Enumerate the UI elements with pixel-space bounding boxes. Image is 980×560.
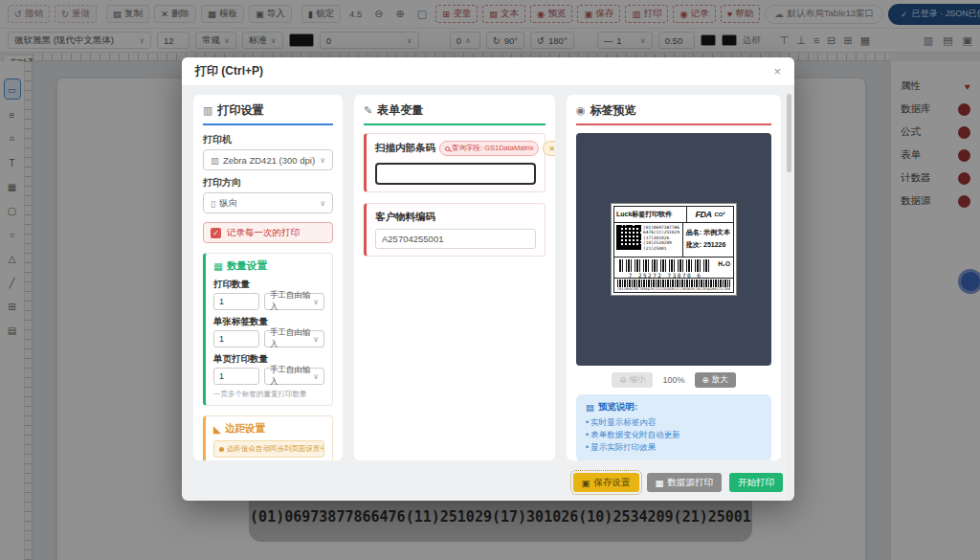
per-page-qty-mode-select[interactable]: 手工自由输入∨ — [264, 368, 324, 385]
product-info-cell: 品名: 示例文本 批次: 251226 — [683, 223, 733, 257]
eye-icon: ◉ — [576, 104, 586, 117]
scan-barcode-field-card: 扫描内部条码 查询字段: GS1DataMatrix ✕自动清空 — [364, 133, 546, 192]
dialog-footer: ▣保存设置 ▦数据源打印 开始打印 — [573, 473, 783, 492]
screen: ↺撤销 ↻重做 ▤复制 ✕删除 ▦模板 ▣导入 ▮锁定 4.5 ⊖ ⊕ ▢ ⊞变… — [0, 0, 980, 560]
orientation-label: 打印方向 — [203, 176, 333, 190]
scrollbar-thumb[interactable] — [787, 94, 791, 172]
label-preview-title: ◉ 标签预览 — [576, 102, 771, 125]
bulb-icon — [219, 447, 224, 452]
product-name: 品名: 示例文本 — [686, 226, 730, 238]
chart-icon: ▦ — [656, 478, 664, 488]
print-dialog: 打印 (Ctrl+P) × ▥ 打印设置 打印机 ▥ Zebra ZD421 (… — [182, 57, 794, 501]
start-print-button[interactable]: 开始打印 — [729, 473, 783, 492]
print-settings-title: ▥ 打印设置 — [203, 102, 333, 125]
form-variables-title: ✎ 表单变量 — [364, 102, 546, 125]
preview-zoom-controls: ⊖缩小 100% ⊕放大 — [576, 372, 771, 388]
preview-panel: Luck标签打印软件 FDA CO² (01)06 — [576, 133, 771, 366]
record-print-checkbox-row[interactable]: ✓ 记录每一次的打印 — [203, 222, 333, 243]
form-variables-column: ✎ 表单变量 扫描内部条码 查询字段: GS1DataMatrix ✕自动清空 … — [354, 95, 555, 460]
chevron-down-icon: ∨ — [313, 372, 319, 381]
margin-hint: 边距值会自动同步到页面设置中保存 — [213, 440, 324, 458]
zoom-in-icon: ⊕ — [702, 375, 709, 385]
trash-icon: ✕ — [548, 145, 554, 153]
per-page-qty-input[interactable] — [213, 368, 259, 385]
close-icon[interactable]: × — [773, 64, 781, 78]
datamatrix-text: (01)0697387786 6476(11)251029 (17)301026… — [643, 225, 679, 255]
grid-icon: ▦ — [213, 260, 223, 272]
edit-icon: ✎ — [364, 104, 372, 117]
chevron-down-icon: ∨ — [313, 298, 319, 306]
print-qty-mode-select[interactable]: 手工自由输入∨ — [264, 293, 324, 310]
material-code-input[interactable] — [375, 229, 536, 249]
printer-select[interactable]: ▥ Zebra ZD421 (300 dpi) - ZPL ∨ — [203, 149, 333, 170]
chevron-down-icon: ∨ — [313, 335, 319, 344]
preview-zoom-out-button[interactable]: ⊖缩小 — [612, 372, 653, 388]
per-sheet-qty-mode-select[interactable]: 手工自由输入∨ — [264, 330, 324, 347]
scan-barcode-label: 扫描内部条码 — [375, 142, 435, 155]
scan-barcode-input[interactable] — [375, 163, 536, 185]
chevron-down-icon: ∨ — [320, 156, 325, 165]
batch-number: 批次: 251226 — [686, 238, 730, 251]
h2o-text: H₂O — [718, 260, 730, 267]
portrait-icon: ▯ — [211, 198, 215, 209]
dialog-scrollbar[interactable] — [787, 92, 791, 501]
printer-icon: ▥ — [211, 155, 219, 166]
quantity-settings-title: ▦ 数量设置 — [213, 259, 324, 273]
save-icon: ▣ — [582, 478, 590, 488]
gs1-code-text: (01)06973877866476(11)251029(17)301026(1… — [617, 287, 730, 291]
upc-barcode — [619, 259, 711, 272]
dialog-header: 打印 (Ctrl+P) × — [182, 57, 794, 86]
query-field-pill[interactable]: 查询字段: GS1DataMatrix — [439, 141, 539, 156]
print-qty-input[interactable] — [213, 293, 259, 310]
dialog-body: ▥ 打印设置 打印机 ▥ Zebra ZD421 (300 dpi) - ZPL… — [182, 86, 794, 469]
preview-note-item: 实时显示标签内容 — [586, 416, 762, 429]
save-settings-button[interactable]: ▣保存设置 — [573, 473, 639, 492]
zoom-out-icon: ⊖ — [619, 375, 626, 385]
preview-zoom-percent: 100% — [662, 375, 684, 385]
record-print-label: 记录每一次的打印 — [227, 227, 300, 239]
preview-note-item: 表单数据变化时自动更新 — [586, 429, 762, 441]
preview-note-item: 显示实际打印效果 — [586, 441, 762, 454]
checkbox-checked-icon[interactable]: ✓ — [211, 228, 221, 238]
ruler-icon: ◣ — [213, 423, 221, 435]
gs1-barcode — [617, 280, 730, 287]
material-code-field-card: 客户物料编码 — [364, 203, 546, 257]
printer-label: 打印机 — [203, 133, 333, 146]
margin-settings-title: ◣ 边距设置 — [213, 422, 324, 436]
quantity-settings-card: ▦ 数量设置 打印数量 手工自由输入∨ 单张标签数量 手工自由输入∨ 单页打印数… — [203, 253, 333, 406]
orientation-select[interactable]: ▯ 纵向 ∨ — [203, 192, 333, 213]
co2-text: CO² — [715, 212, 725, 217]
list-icon: ▤ — [586, 402, 594, 413]
dialog-title: 打印 (Ctrl+P) — [195, 63, 263, 79]
quantity-hint: 一页多个标签的重复打印数量 — [213, 390, 324, 399]
label-preview-column: ◉ 标签预览 Luck标签打印软件 FDA CO² — [567, 95, 781, 460]
label-preview-image: Luck标签打印软件 FDA CO² (01)06 — [611, 203, 737, 296]
per-sheet-qty-input[interactable] — [213, 330, 259, 347]
fda-logo: FDA — [696, 210, 712, 219]
magnifier-icon — [445, 146, 450, 151]
preview-notes-title: ▤ 预览说明: — [586, 401, 762, 414]
datamatrix-barcode — [616, 225, 641, 250]
printer-icon: ▥ — [203, 104, 212, 117]
brand-cell: Luck标签打印软件 — [614, 207, 687, 222]
margin-settings-card: ◣ 边距设置 边距值会自动同步到页面设置中保存 上边距 (mm) 左边距 — [203, 415, 333, 460]
auto-clear-pill[interactable]: ✕自动清空 — [543, 141, 555, 156]
preview-notes-box: ▤ 预览说明: 实时显示标签内容 表单数据变化时自动更新 显示实际打印效果 — [576, 394, 771, 460]
upc-digits: 7 25272 73070 6 — [619, 272, 711, 279]
print-settings-column: ▥ 打印设置 打印机 ▥ Zebra ZD421 (300 dpi) - ZPL… — [193, 95, 343, 460]
chevron-down-icon: ∨ — [320, 199, 325, 208]
material-code-label: 客户物料编码 — [375, 211, 536, 224]
preview-zoom-in-button[interactable]: ⊕放大 — [695, 372, 736, 388]
datasource-print-button[interactable]: ▦数据源打印 — [647, 473, 722, 492]
